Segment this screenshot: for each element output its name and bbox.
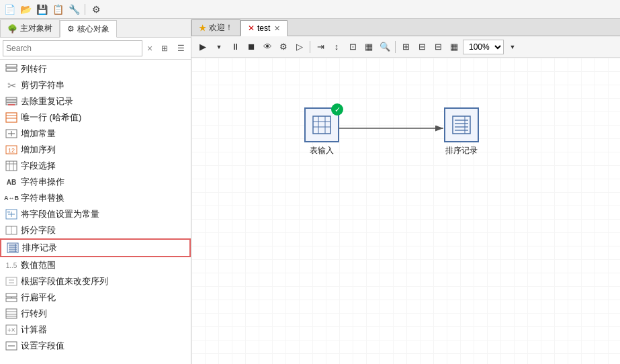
more-btn-1[interactable]: ⊞ <box>398 40 413 54</box>
item-label-8: 字符串操作 <box>21 176 64 188</box>
tab-close-button[interactable]: ✕ <box>274 24 280 33</box>
svg-rect-16 <box>6 161 17 171</box>
zoom-dropdown-button[interactable]: ▼ <box>505 40 520 54</box>
item-icon-3 <box>5 96 17 107</box>
right-panel: ★ 欢迎！ ✕ test ✕ ▶ ▼ ⏸ ⏹ 👁 ⚙ ▷ ⇥ ↕ ⊡ ▦ 🔍 <box>191 19 620 364</box>
node-sort-records-label: 排序记录 <box>445 145 478 156</box>
list-item[interactable]: 将字段值设置为常量 <box>0 206 191 222</box>
align-button[interactable]: ⇥ <box>313 40 328 54</box>
search-input[interactable] <box>3 40 142 56</box>
list-item[interactable]: +× 计算器 <box>0 322 191 338</box>
item-icon-16 <box>5 308 17 319</box>
list-item[interactable]: 1..5 数值范围 <box>0 257 191 273</box>
list-item[interactable]: 根据字段值来改变序列 <box>0 273 191 289</box>
extra-icon[interactable]: 🔧 <box>67 3 81 16</box>
node-sort-records[interactable]: 排序记录 <box>444 107 479 156</box>
zoom-select[interactable]: 100% 75% 50% 125% 150% <box>463 40 504 54</box>
svg-rect-8 <box>6 113 17 122</box>
flow-arrow <box>191 58 620 364</box>
node-box-sort-records <box>444 107 479 142</box>
svg-rect-53 <box>453 116 470 134</box>
toolbar-sep-2 <box>310 41 310 53</box>
item-icon-8: AB <box>5 177 17 187</box>
open-icon[interactable]: 📂 <box>19 3 32 16</box>
main-layout: 🌳 主对象树 ⚙ 核心对象 × ⊞ ☰ 列转行 ✂ <box>0 19 620 364</box>
list-item[interactable]: 行扁平化 <box>0 289 191 306</box>
stop-button[interactable]: ⏹ <box>244 40 259 54</box>
tree-list: 列转行 ✂ 剪切字符串 去除重复记录 唯一行 (哈希值) <box>0 60 191 364</box>
list-item[interactable]: 拆分字段 <box>0 222 191 238</box>
list-item[interactable]: A↔B 字符串替换 <box>0 190 191 206</box>
tab-main-tree[interactable]: 🌳 主对象树 <box>0 19 60 37</box>
run-dropdown-button[interactable]: ▼ <box>212 40 226 54</box>
item-label-3: 去除重复记录 <box>21 95 73 107</box>
snap-button[interactable]: ▦ <box>361 40 376 54</box>
svg-rect-38 <box>6 309 17 318</box>
svg-rect-4 <box>6 97 17 99</box>
item-icon-6: 12 <box>5 144 17 155</box>
settings2-button[interactable]: ⚙ <box>276 40 291 54</box>
item-label-4: 唯一行 (哈希值) <box>21 111 81 124</box>
svg-text:12: 12 <box>8 147 15 154</box>
list-item[interactable]: 行转列 <box>0 306 191 322</box>
item-label-13: 数值范围 <box>21 259 56 271</box>
svg-rect-35 <box>6 293 17 297</box>
item-icon-12 <box>7 242 19 253</box>
canvas-area[interactable]: ✓ 表输入 排序记录 <box>191 58 620 364</box>
list-item[interactable]: 字段选择 <box>0 158 191 174</box>
settings-icon[interactable]: ⚙ <box>89 3 103 16</box>
toolbar-sep-3 <box>395 41 396 53</box>
preview-button[interactable]: 👁 <box>260 40 275 54</box>
welcome-tab-icon: ★ <box>199 24 206 33</box>
run-button[interactable]: ▶ <box>195 40 210 54</box>
tab-test-label: test <box>257 24 270 33</box>
list-item[interactable]: ✂ 剪切字符串 <box>0 77 191 93</box>
grid-button[interactable]: ⊡ <box>345 40 360 54</box>
left-panel: 🌳 主对象树 ⚙ 核心对象 × ⊞ ☰ 列转行 ✂ <box>0 19 191 364</box>
list-item[interactable]: 增加常量 <box>0 126 191 142</box>
more-btn-4[interactable]: ▦ <box>447 40 461 54</box>
node-table-input[interactable]: ✓ 表输入 <box>304 107 339 156</box>
list-item[interactable]: 去除重复记录 <box>0 93 191 109</box>
item-icon-13: 1..5 <box>5 260 17 271</box>
node-table-input-label: 表输入 <box>310 145 334 156</box>
search-collapse-button[interactable]: ☰ <box>173 41 188 56</box>
item-icon-15 <box>5 292 17 303</box>
item-label-10: 将字段值设置为常量 <box>21 208 99 220</box>
list-item[interactable]: 12 增加序列 <box>0 142 191 158</box>
list-item[interactable]: 唯一行 (哈希值) <box>0 109 191 126</box>
more-btn-3[interactable]: ⊟ <box>431 40 445 54</box>
list-item-sort[interactable]: 排序记录 <box>0 238 191 257</box>
node-check-icon: ✓ <box>331 103 343 116</box>
list-item[interactable]: 列转行 <box>0 61 191 77</box>
item-label-14: 根据字段值来改变序列 <box>21 275 108 287</box>
main-tree-icon: 🌳 <box>7 24 17 34</box>
item-label-2: 剪切字符串 <box>21 79 64 91</box>
top-toolbar: 📄 📂 💾 📋 🔧 ⚙ <box>0 0 620 19</box>
item-icon-4 <box>5 112 17 123</box>
item-icon-7 <box>5 161 17 171</box>
item-label-9: 字符串替换 <box>21 192 64 204</box>
view-button[interactable]: 🔍 <box>378 40 392 54</box>
more-btn-2[interactable]: ⊟ <box>414 40 429 54</box>
node-box-table-input: ✓ <box>304 107 339 142</box>
tab-core-obj[interactable]: ⚙ 核心对象 <box>60 20 117 38</box>
search-clear-button[interactable]: × <box>144 42 156 54</box>
item-label-5: 增加常量 <box>21 128 56 140</box>
tab-test[interactable]: ✕ test ✕ <box>240 20 287 36</box>
pause-button[interactable]: ⏸ <box>228 40 242 54</box>
svg-text:+×: +× <box>7 326 15 334</box>
list-item[interactable]: AB 字符串操作 <box>0 174 191 190</box>
tab-welcome[interactable]: ★ 欢迎！ <box>191 19 240 36</box>
new-icon[interactable]: 📄 <box>3 3 16 16</box>
list-item[interactable]: 设置字段值 <box>0 338 191 354</box>
save-icon[interactable]: 💾 <box>35 3 48 16</box>
svg-rect-36 <box>6 298 17 302</box>
step-button[interactable]: ▷ <box>292 40 307 54</box>
layout-button[interactable]: ↕ <box>329 40 344 54</box>
item-icon-5 <box>5 128 17 139</box>
item-icon-14 <box>5 276 17 287</box>
save-as-icon[interactable]: 📋 <box>51 3 64 16</box>
search-expand-button[interactable]: ⊞ <box>157 41 172 56</box>
tab-main-tree-label: 主对象树 <box>20 23 52 34</box>
